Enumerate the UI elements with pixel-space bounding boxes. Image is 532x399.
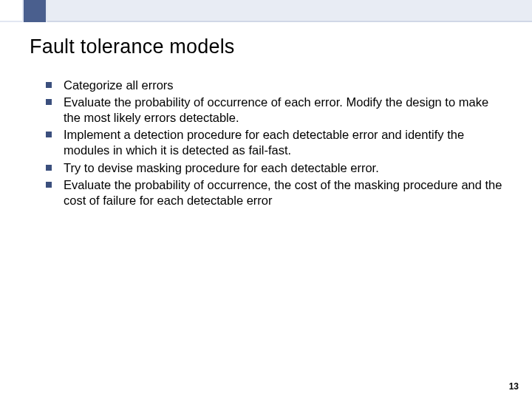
corner-blue-square [24, 0, 47, 22]
page-number: 13 [509, 381, 519, 392]
slide-content: Fault tolerance models Categorize all er… [0, 22, 532, 208]
header-band [0, 0, 532, 22]
corner-white-square [0, 0, 24, 22]
list-item: Evaluate the probability of occurrence, … [46, 177, 502, 208]
header-bar [47, 0, 532, 22]
list-item: Implement a detection procedure for each… [46, 127, 502, 158]
list-item: Categorize all errors [46, 78, 502, 93]
slide-title: Fault tolerance models [30, 35, 502, 58]
bullet-list: Categorize all errors Evaluate the proba… [30, 78, 502, 208]
list-item: Evaluate the probability of occurrence o… [46, 95, 502, 126]
list-item: Try to devise masking procedure for each… [46, 160, 502, 176]
